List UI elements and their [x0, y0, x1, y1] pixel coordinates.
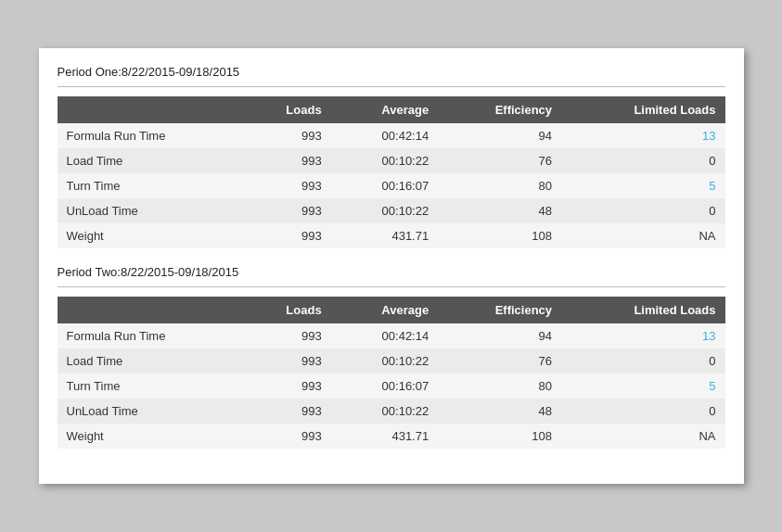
col-header-4: Limited Loads: [561, 297, 724, 323]
cell-2-4: 5: [561, 173, 724, 198]
cell-3-1: 993: [243, 399, 331, 424]
cell-0-0: Formula Run Time: [58, 123, 243, 148]
cell-3-1: 993: [243, 198, 331, 223]
cell-4-4: NA: [561, 223, 724, 248]
cell-0-3: 94: [438, 323, 561, 348]
col-header-4: Limited Loads: [561, 96, 724, 123]
cell-0-3: 94: [438, 123, 561, 148]
table-row: Turn Time99300:16:07805: [58, 374, 725, 399]
cell-3-0: UnLoad Time: [58, 198, 243, 223]
cell-0-2: 00:42:14: [331, 123, 439, 148]
period-2-table: LoadsAverageEfficiencyLimited LoadsFormu…: [58, 297, 725, 449]
col-header-0: [58, 297, 243, 323]
period-1-table: LoadsAverageEfficiencyLimited LoadsFormu…: [58, 96, 725, 248]
cell-1-0: Load Time: [58, 148, 243, 173]
col-header-2: Average: [331, 96, 439, 123]
cell-2-4: 5: [561, 374, 724, 399]
cell-0-4: 13: [561, 323, 724, 348]
cell-3-2: 00:10:22: [331, 198, 439, 223]
main-card: Period One:8/22/2015-09/18/2015LoadsAver…: [39, 48, 744, 484]
cell-2-1: 993: [243, 173, 331, 198]
cell-1-3: 76: [438, 148, 561, 173]
col-header-3: Efficiency: [438, 297, 561, 323]
cell-4-3: 108: [438, 424, 561, 449]
cell-0-1: 993: [243, 323, 331, 348]
cell-3-3: 48: [438, 198, 561, 223]
cell-3-4: 0: [561, 198, 724, 223]
cell-4-2: 431.71: [331, 424, 439, 449]
cell-3-2: 00:10:22: [331, 399, 439, 424]
cell-1-4: 0: [561, 148, 724, 173]
col-header-1: Loads: [243, 96, 331, 123]
table-row: Load Time99300:10:22760: [58, 348, 725, 374]
table-row: Weight993431.71108NA: [58, 424, 725, 449]
cell-1-1: 993: [243, 148, 331, 173]
col-header-0: [58, 96, 243, 123]
cell-1-3: 76: [438, 348, 561, 374]
cell-2-3: 80: [438, 173, 561, 198]
table-row: UnLoad Time99300:10:22480: [58, 198, 725, 223]
cell-1-4: 0: [561, 348, 724, 374]
period-1-label: Period One:8/22/2015-09/18/2015: [58, 65, 725, 79]
cell-3-4: 0: [561, 399, 724, 424]
cell-2-0: Turn Time: [58, 374, 243, 399]
cell-0-0: Formula Run Time: [58, 323, 243, 348]
cell-1-2: 00:10:22: [331, 348, 439, 374]
cell-2-2: 00:16:07: [331, 173, 439, 198]
table-row: Load Time99300:10:22760: [58, 148, 725, 173]
cell-3-3: 48: [438, 399, 561, 424]
cell-4-0: Weight: [58, 424, 243, 449]
cell-1-2: 00:10:22: [331, 148, 439, 173]
cell-4-1: 993: [243, 223, 331, 248]
cell-4-3: 108: [438, 223, 561, 248]
cell-2-0: Turn Time: [58, 173, 243, 198]
cell-4-0: Weight: [58, 223, 243, 248]
cell-4-1: 993: [243, 424, 331, 449]
table-row: Weight993431.71108NA: [58, 223, 725, 248]
table-row: Formula Run Time99300:42:149413: [58, 323, 725, 348]
cell-0-1: 993: [243, 123, 331, 148]
table-row: UnLoad Time99300:10:22480: [58, 399, 725, 424]
cell-1-1: 993: [243, 348, 331, 374]
cell-2-3: 80: [438, 374, 561, 399]
cell-3-0: UnLoad Time: [58, 399, 243, 424]
cell-2-1: 993: [243, 374, 331, 399]
table-row: Formula Run Time99300:42:149413: [58, 123, 725, 148]
cell-4-2: 431.71: [331, 223, 439, 248]
cell-4-4: NA: [561, 424, 724, 449]
col-header-3: Efficiency: [438, 96, 561, 123]
cell-1-0: Load Time: [58, 348, 243, 374]
cell-0-4: 13: [561, 123, 724, 148]
cell-0-2: 00:42:14: [331, 323, 439, 348]
col-header-1: Loads: [243, 297, 331, 323]
period-2-label: Period Two:8/22/2015-09/18/2015: [58, 265, 725, 279]
table-row: Turn Time99300:16:07805: [58, 173, 725, 198]
cell-2-2: 00:16:07: [331, 374, 439, 399]
col-header-2: Average: [331, 297, 439, 323]
